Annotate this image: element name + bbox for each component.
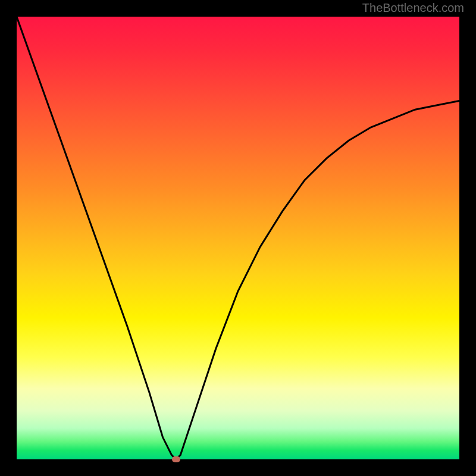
curve-path bbox=[17, 17, 459, 459]
watermark-text: TheBottleneck.com bbox=[362, 1, 464, 15]
chart-curve bbox=[17, 17, 459, 459]
minimum-marker bbox=[172, 456, 180, 462]
chart-plot-area bbox=[17, 17, 459, 459]
